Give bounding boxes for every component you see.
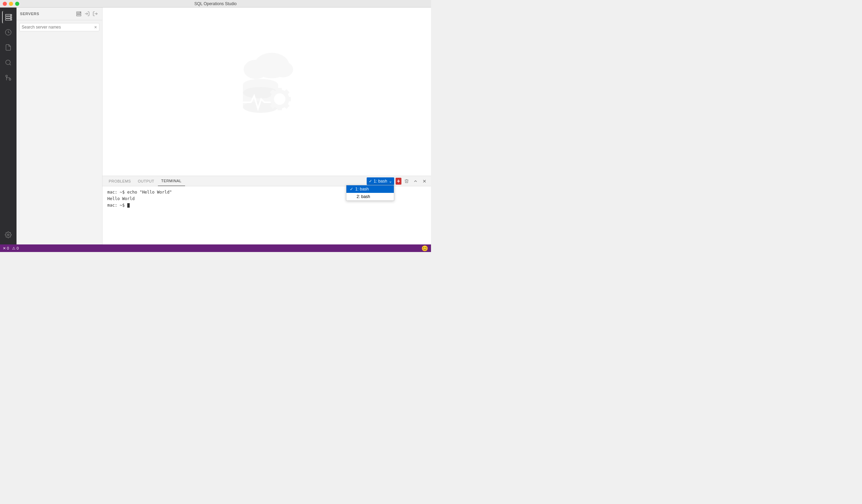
panel-controls: ✓ 1: bash ⌄ ✓ 1: bash	[367, 177, 428, 185]
connect-button[interactable]	[84, 10, 90, 17]
panel-tabs: PROBLEMS OUTPUT TERMINAL ✓ 1: bash	[103, 176, 431, 186]
svg-rect-29	[277, 106, 282, 110]
svg-rect-30	[286, 97, 291, 101]
svg-point-3	[11, 15, 11, 15]
content-area: PROBLEMS OUTPUT TERMINAL ✓ 1: bash	[103, 8, 431, 244]
sidebar-item-git[interactable]	[2, 72, 14, 84]
terminal-line-3: mac: ~$	[107, 202, 426, 209]
status-bar: ✕ 0 ⚠ 0 😊	[0, 244, 431, 252]
error-icon: ✕	[3, 246, 6, 251]
svg-rect-15	[76, 15, 81, 16]
svg-point-12	[8, 234, 9, 236]
tab-terminal[interactable]: TERMINAL	[158, 176, 185, 186]
svg-point-16	[80, 12, 80, 12]
feedback-icon[interactable]: 😊	[421, 245, 428, 252]
svg-point-4	[11, 17, 11, 18]
main-area: SERVERS	[0, 8, 431, 244]
tab-output[interactable]: OUTPUT	[134, 176, 158, 186]
activity-bar	[0, 8, 17, 244]
maximize-button[interactable]	[15, 2, 19, 6]
delete-terminal-button[interactable]	[403, 178, 410, 184]
current-terminal-label: 1: bash	[374, 179, 387, 184]
window-title: SQL Operations Studio	[194, 1, 237, 6]
svg-point-9	[9, 79, 11, 80]
sidebar-header: SERVERS	[17, 8, 102, 20]
terminal-option-1[interactable]: ✓ 1: bash	[346, 185, 394, 193]
sidebar-item-servers[interactable]	[2, 11, 14, 23]
watermark-logo	[222, 46, 312, 137]
svg-point-5	[11, 19, 11, 20]
tab-problems[interactable]: PROBLEMS	[105, 176, 134, 186]
search-input[interactable]	[22, 25, 94, 30]
disconnect-button[interactable]	[92, 10, 99, 17]
option-check-icon: ✓	[350, 187, 353, 191]
svg-point-20	[244, 60, 268, 79]
svg-rect-14	[76, 13, 81, 14]
error-count[interactable]: ✕ 0 ⚠ 0	[3, 246, 19, 251]
search-clear-icon[interactable]: ×	[94, 25, 97, 30]
close-button[interactable]	[3, 2, 7, 6]
close-panel-button[interactable]	[421, 178, 428, 184]
editor-area	[103, 8, 431, 176]
panel: PROBLEMS OUTPUT TERMINAL ✓ 1: bash	[103, 176, 431, 244]
terminal-selector[interactable]: ✓ 1: bash ⌄ ✓ 1: bash	[367, 177, 394, 185]
sidebar-item-settings[interactable]	[2, 229, 14, 241]
new-server-button[interactable]	[75, 10, 82, 17]
svg-rect-31	[268, 97, 273, 101]
svg-point-7	[6, 60, 10, 65]
app: SERVERS	[0, 8, 431, 252]
terminal-dropdown: ✓ 1: bash 2: bash	[346, 185, 394, 201]
minimize-button[interactable]	[9, 2, 13, 6]
status-left: ✕ 0 ⚠ 0	[3, 246, 19, 251]
new-terminal-button[interactable]: +	[396, 178, 401, 185]
sidebar-item-search[interactable]	[2, 56, 14, 69]
sidebar-item-history[interactable]	[2, 26, 14, 39]
sidebar-title: SERVERS	[20, 12, 39, 16]
svg-point-10	[6, 75, 8, 77]
chevron-down-icon: ⌄	[389, 179, 392, 184]
search-box: ×	[19, 23, 99, 31]
sidebar-actions	[75, 10, 99, 17]
svg-point-21	[272, 62, 293, 77]
svg-rect-28	[277, 88, 282, 92]
terminal-cursor	[127, 203, 130, 208]
warning-icon: ⚠	[12, 246, 15, 251]
svg-line-8	[10, 64, 11, 65]
traffic-lights	[3, 2, 19, 6]
terminal-select-current[interactable]: ✓ 1: bash ⌄	[367, 177, 394, 185]
svg-point-27	[274, 94, 285, 105]
checkmark-icon: ✓	[369, 179, 372, 184]
sidebar-item-file[interactable]	[2, 41, 14, 54]
titlebar: SQL Operations Studio	[0, 0, 431, 8]
terminal-option-2[interactable]: 2: bash	[346, 193, 394, 200]
sidebar: SERVERS	[17, 8, 103, 244]
status-right: 😊	[421, 245, 428, 252]
collapse-panel-button[interactable]	[412, 178, 419, 184]
